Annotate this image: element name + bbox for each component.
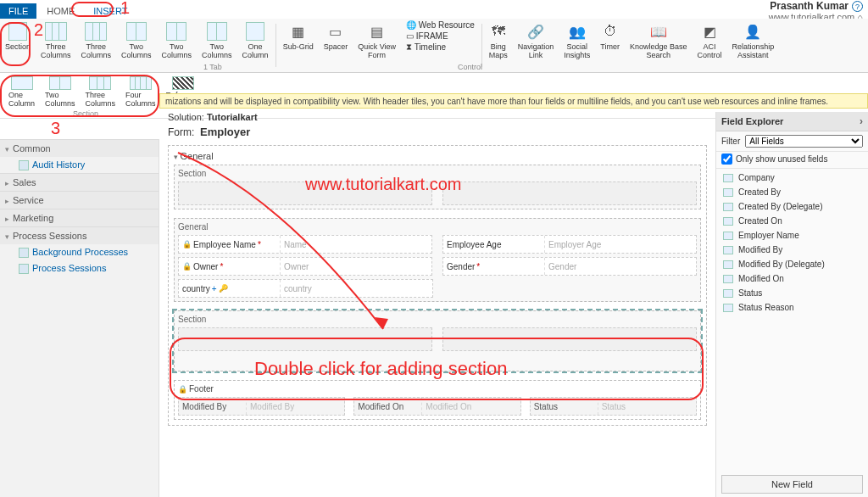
field-icon: [723, 188, 733, 197]
ribbon-section[interactable]: Section: [0, 19, 36, 72]
control-icon: ◩: [700, 22, 719, 41]
nav-group-common[interactable]: Common: [0, 139, 159, 157]
warning-bar: mizations and will be displayed in compa…: [159, 93, 868, 109]
only-unused-checkbox[interactable]: [721, 154, 732, 165]
help-icon[interactable]: ?: [852, 1, 863, 12]
filter-select[interactable]: All Fields: [745, 135, 863, 148]
nav-group-sales[interactable]: Sales: [0, 173, 159, 191]
footer-modified-on[interactable]: Modified OnModified On: [353, 397, 520, 416]
ribbon-webresource[interactable]: 🌐 Web Resource: [406, 20, 475, 30]
field-item[interactable]: Modified By: [716, 243, 868, 257]
footer-title: 🔒Footer: [178, 384, 697, 394]
ribbon-two-columns-a[interactable]: Two Columns: [116, 19, 157, 72]
only-unused-label: Only show unused fields: [736, 154, 827, 164]
field-employee-age[interactable]: Employee AgeEmployer Age: [442, 235, 697, 254]
ribbon-subgrid[interactable]: ▦Sub-Grid: [278, 19, 319, 72]
field-icon: [723, 232, 733, 240]
field-icon: [723, 304, 733, 312]
grid-icon: ▦: [289, 22, 308, 41]
timer-icon: ⏱: [601, 22, 620, 41]
tab-home[interactable]: HOME: [38, 3, 83, 19]
section-title: General: [178, 222, 697, 232]
ribbon-tabs: FILE HOME INSERT: [0, 0, 868, 19]
nav-group-process-sessions[interactable]: Process Sessions: [0, 226, 159, 244]
field-explorer: Field Explorer› Filter All Fields Only s…: [715, 112, 868, 497]
tab-file[interactable]: FILE: [0, 3, 36, 19]
field-item[interactable]: Status Reason: [716, 300, 868, 315]
nav-item-audit-history[interactable]: Audit History: [0, 157, 159, 173]
field-icon: [723, 174, 733, 182]
field-icon: [723, 260, 733, 269]
ribbon-group-control: Control: [458, 63, 482, 71]
lock-icon: 🔒: [182, 262, 192, 271]
field-country[interactable]: country+🔑country: [178, 279, 433, 298]
form-header: Form: Employer: [168, 126, 707, 138]
field-icon: [723, 289, 733, 298]
ribbon-quickview[interactable]: ▤Quick View Form: [353, 19, 401, 72]
field-employee-name[interactable]: 🔒Employee Name*Name: [178, 235, 432, 254]
field-item[interactable]: Modified On: [716, 271, 868, 286]
field-icon: [723, 246, 733, 254]
field-item[interactable]: Created By (Delegate): [716, 199, 868, 214]
field-icon: [723, 203, 733, 211]
form-canvas[interactable]: General Section General 🔒Employee Name*N…: [168, 145, 707, 426]
field-gender[interactable]: Gender*Gender: [442, 257, 697, 276]
ribbon-iframe[interactable]: ▭ IFRAME: [406, 31, 475, 41]
user-name: Prasanth Kumar: [770, 0, 849, 12]
ribbon-relassist[interactable]: 👤Relationship Assistant: [727, 19, 780, 72]
ribbon-timer[interactable]: ⏱Timer: [595, 19, 625, 72]
field-icon: [723, 217, 733, 226]
left-nav: Common Audit History Sales Service Marke…: [0, 139, 159, 497]
section-one-column[interactable]: One Column: [3, 75, 40, 109]
key-icon: 🔑: [219, 284, 228, 293]
new-field-button[interactable]: New Field: [721, 475, 863, 494]
field-icon: [723, 275, 733, 283]
section-empty-top[interactable]: Section: [174, 165, 701, 209]
lock-icon: 🔒: [182, 240, 192, 248]
ribbon-kbsearch[interactable]: 📖Knowledge Base Search: [625, 19, 693, 72]
section-new[interactable]: Section: [174, 310, 701, 371]
section-general[interactable]: General 🔒Employee Name*Name Employee Age…: [174, 218, 701, 302]
ribbon-two-columns-b[interactable]: Two Columns: [157, 19, 198, 72]
section-group-label: Section: [73, 109, 98, 118]
ribbon-aci[interactable]: ◩ACI Control: [693, 19, 727, 72]
nav-group-service[interactable]: Service: [0, 191, 159, 209]
ribbon-spacer[interactable]: ▭Spacer: [319, 19, 353, 72]
nav-item-process-sessions[interactable]: Process Sessions: [0, 260, 159, 276]
field-explorer-header[interactable]: Field Explorer›: [716, 112, 868, 131]
nav-group-marketing[interactable]: Marketing: [0, 209, 159, 226]
ribbon-navlink[interactable]: 🔗Navigation Link: [513, 19, 559, 72]
footer-status[interactable]: StatusStatus: [530, 397, 697, 416]
section-two-columns[interactable]: Two Columns: [40, 75, 81, 109]
field-item[interactable]: Modified By (Delegate): [716, 257, 868, 271]
ribbon-timeline[interactable]: ⧗ Timeline: [406, 42, 475, 53]
link-icon: 🔗: [526, 22, 545, 41]
gear-icon: [19, 248, 29, 258]
field-item[interactable]: Company: [716, 170, 868, 185]
section-three-columns[interactable]: Three Columns: [81, 75, 121, 109]
ribbon-three-columns-b[interactable]: Three Columns: [76, 19, 117, 72]
assistant-icon: 👤: [743, 22, 762, 41]
filter-label: Filter: [721, 137, 740, 146]
tab-insert[interactable]: INSERT: [85, 3, 136, 19]
form-tab-general[interactable]: General: [174, 151, 701, 161]
social-icon: 👥: [568, 22, 587, 41]
form-designer: Solution: Tutorialkart Form: Employer Ge…: [164, 112, 710, 497]
field-item[interactable]: Created On: [716, 214, 868, 228]
ribbon-social[interactable]: 👥Social Insights: [559, 19, 595, 72]
map-icon: 🗺: [489, 22, 508, 41]
field-item[interactable]: Employer Name: [716, 228, 868, 243]
quickview-icon: ▤: [368, 22, 387, 41]
nav-item-background-processes[interactable]: Background Processes: [0, 244, 159, 260]
form-footer[interactable]: 🔒Footer Modified ByModified By Modified …: [174, 380, 701, 420]
ribbon-bing[interactable]: 🗺Bing Maps: [484, 19, 513, 72]
list-icon: [19, 264, 29, 274]
ribbon-three-columns-a[interactable]: Three Columns: [36, 19, 76, 72]
field-item[interactable]: Created By: [716, 185, 868, 199]
section-four-columns[interactable]: Four Columns: [120, 75, 161, 109]
footer-modified-by[interactable]: Modified ByModified By: [178, 397, 345, 416]
field-item[interactable]: Status: [716, 286, 868, 300]
field-owner[interactable]: 🔒Owner*Owner: [178, 257, 432, 276]
ribbon-one-column[interactable]: One Column: [237, 19, 274, 72]
spacer-icon: ▭: [326, 22, 345, 41]
